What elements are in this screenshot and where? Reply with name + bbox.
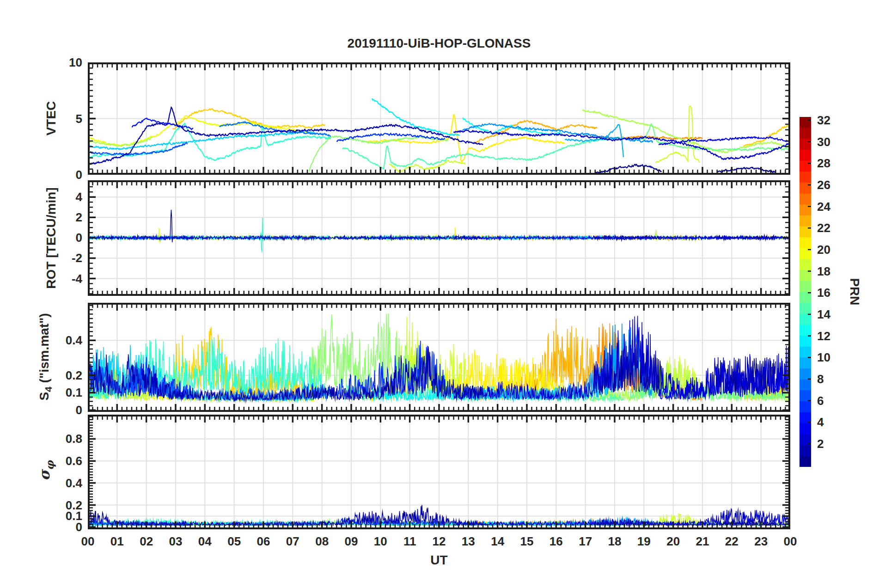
x-tick-label: 01 bbox=[102, 535, 132, 547]
x-tick-label: 13 bbox=[453, 535, 483, 547]
colorbar-label: PRN bbox=[848, 278, 861, 305]
colorbar-tick-label: 22 bbox=[817, 222, 845, 234]
s4-panel-canvas bbox=[88, 303, 790, 412]
x-tick-label: 07 bbox=[278, 535, 307, 547]
colorbar-tick-label: 28 bbox=[817, 157, 845, 169]
x-tick-label: 18 bbox=[600, 535, 629, 547]
x-tick-label: 22 bbox=[717, 535, 746, 547]
colorbar-tick-label: 6 bbox=[817, 395, 845, 407]
rot-ytick-label: 0 bbox=[46, 232, 82, 244]
rot-ytick-label: -2 bbox=[46, 252, 82, 264]
x-tick-label: 16 bbox=[541, 535, 571, 547]
colorbar-tick-label: 20 bbox=[817, 244, 845, 256]
x-tick-label: 20 bbox=[659, 535, 688, 547]
colorbar-tick-label: 4 bbox=[817, 416, 845, 428]
x-tick-label: 05 bbox=[220, 535, 249, 547]
x-axis-label: UT bbox=[88, 554, 790, 567]
colorbar-tick-label: 26 bbox=[817, 179, 845, 191]
x-tick-label: 00 bbox=[73, 535, 103, 547]
rot-ytick-label: 2 bbox=[46, 211, 82, 223]
colorbar-tick-label: 10 bbox=[817, 351, 845, 363]
x-tick-label: 08 bbox=[307, 535, 337, 547]
colorbar-tick-label: 14 bbox=[817, 308, 845, 320]
x-tick-label: 17 bbox=[571, 535, 600, 547]
x-tick-label: 19 bbox=[629, 535, 659, 547]
x-tick-label: 23 bbox=[746, 535, 776, 547]
rot-ytick-label: -4 bbox=[46, 273, 82, 285]
vtec-ytick-label: 10 bbox=[46, 56, 82, 68]
x-tick-label: 04 bbox=[190, 535, 220, 547]
colorbar-tick-label: 32 bbox=[817, 114, 845, 126]
sigma-phi-panel-canvas bbox=[88, 415, 790, 529]
x-tick-label: 00 bbox=[775, 535, 805, 547]
colorbar-tick-label: 16 bbox=[817, 287, 845, 299]
colorbar-tick-label: 30 bbox=[817, 136, 845, 148]
x-tick-label: 21 bbox=[688, 535, 717, 547]
sp-ytick-label: 0 bbox=[46, 521, 82, 533]
sp-ytick-label: 0.2 bbox=[46, 499, 82, 511]
s4-ytick-label: 0.4 bbox=[46, 334, 82, 346]
x-tick-label: 12 bbox=[424, 535, 454, 547]
colorbar-tick-label: 8 bbox=[817, 373, 845, 385]
colorbar-tick-label: 24 bbox=[817, 201, 845, 213]
s4-ytick-label: 0 bbox=[46, 404, 82, 416]
sp-ytick-label: 0.6 bbox=[46, 455, 82, 467]
x-tick-label: 06 bbox=[249, 535, 278, 547]
x-tick-label: 09 bbox=[336, 535, 366, 547]
rot-panel-canvas bbox=[88, 180, 790, 296]
colorbar-tick-label: 2 bbox=[817, 438, 845, 450]
sp-ytick-label: 0.4 bbox=[46, 477, 82, 489]
colorbar-tick-label: 12 bbox=[817, 330, 845, 342]
x-tick-label: 10 bbox=[366, 535, 395, 547]
x-tick-label: 03 bbox=[161, 535, 190, 547]
x-tick-label: 14 bbox=[483, 535, 513, 547]
x-tick-label: 11 bbox=[395, 535, 425, 547]
rot-ytick-label: 4 bbox=[46, 191, 82, 203]
s4-ytick-label: 0.1 bbox=[46, 386, 82, 398]
colorbar-tick-label: 18 bbox=[817, 265, 845, 277]
s4-ytick-label: 0.2 bbox=[46, 369, 82, 381]
x-tick-label: 02 bbox=[132, 535, 161, 547]
colorbar-canvas bbox=[800, 117, 816, 467]
sp-ytick-label: 0.8 bbox=[46, 433, 82, 445]
vtec-ytick-label: 0 bbox=[46, 169, 82, 181]
chart-title: 20191110-UiB-HOP-GLONASS bbox=[88, 37, 790, 50]
vtec-panel-canvas bbox=[88, 62, 790, 175]
x-tick-label: 15 bbox=[512, 535, 542, 547]
figure: 20191110-UiB-HOP-GLONASS VTEC ROT [TECU/… bbox=[0, 0, 879, 588]
vtec-ytick-label: 5 bbox=[46, 113, 82, 125]
